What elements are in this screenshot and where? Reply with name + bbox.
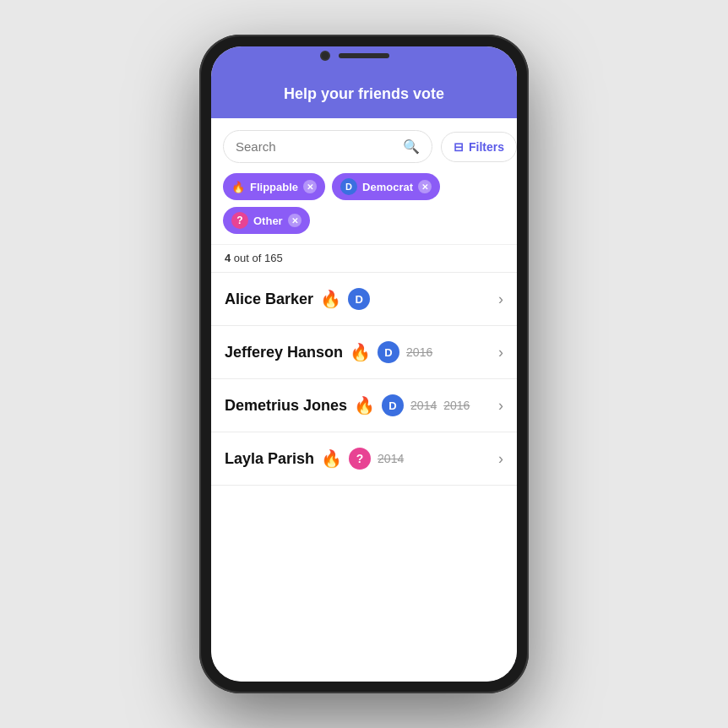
year-strike: 2014	[410, 399, 437, 412]
person-info: Alice Barker 🔥 D	[225, 288, 498, 310]
chip-flippable-close[interactable]: ✕	[303, 180, 317, 193]
phone-device: Help your friends vote 🔍 ⊟ Filters 🔥 Fli…	[199, 35, 529, 693]
search-box[interactable]: 🔍	[223, 130, 432, 163]
chevron-right-icon: ›	[498, 450, 503, 468]
person-democrat-badge: D	[348, 288, 370, 310]
person-name: Alice Barker	[225, 291, 313, 308]
fire-icon: 🔥	[350, 342, 371, 362]
status-bar	[211, 46, 517, 77]
chip-flippable-label: Flippable	[250, 181, 298, 193]
person-name: Jefferey Hanson	[225, 344, 343, 361]
search-row: 🔍 ⊟ Filters	[211, 118, 517, 170]
year-strike: 2014	[378, 452, 404, 465]
chevron-right-icon: ›	[498, 344, 503, 361]
search-input[interactable]	[236, 139, 396, 154]
person-row[interactable]: Alice Barker 🔥 D ›	[211, 273, 517, 326]
person-info: Jefferey Hanson 🔥 D 2016	[225, 341, 498, 363]
chevron-right-icon: ›	[498, 291, 503, 308]
chip-flippable-emoji: 🔥	[231, 181, 245, 193]
chip-democrat-close[interactable]: ✕	[418, 180, 432, 193]
chip-other-label: Other	[253, 215, 283, 227]
year-strike: 2016	[406, 345, 432, 359]
fire-icon: 🔥	[354, 395, 375, 416]
count-total: 165	[264, 252, 283, 264]
camera	[320, 51, 330, 61]
person-other-badge: ?	[349, 448, 371, 470]
fire-icon: 🔥	[321, 448, 342, 469]
chip-democrat-label: Democrat	[362, 181, 413, 193]
page-title: Help your friends vote	[228, 85, 500, 103]
people-list: Alice Barker 🔥 D › Jefferey Hanson 🔥 D 2…	[211, 272, 517, 486]
person-name: Demetrius Jones	[225, 397, 347, 415]
search-icon: 🔍	[403, 139, 420, 155]
chip-other-close[interactable]: ✕	[288, 214, 302, 227]
filters-button[interactable]: ⊟ Filters	[441, 132, 517, 162]
chip-other[interactable]: ? Other ✕	[223, 207, 310, 234]
chevron-right-icon: ›	[498, 397, 503, 415]
main-content: 🔍 ⊟ Filters 🔥 Flippable ✕ D Democrat ✕	[211, 118, 517, 682]
chip-democrat-badge: D	[340, 178, 357, 195]
year-strike-2: 2016	[443, 399, 470, 412]
person-democrat-badge: D	[378, 341, 399, 363]
filters-label: Filters	[469, 140, 504, 154]
filters-icon: ⊟	[454, 140, 464, 154]
person-row[interactable]: Demetrius Jones 🔥 D 2014 2016 ›	[211, 379, 517, 432]
chip-other-badge: ?	[231, 212, 248, 229]
count-bar: 4 out of 165	[211, 244, 517, 272]
app-header: Help your friends vote	[211, 77, 517, 118]
person-info: Layla Parish 🔥 ? 2014	[225, 448, 498, 470]
count-label: out of	[234, 252, 264, 264]
chip-flippable[interactable]: 🔥 Flippable ✕	[223, 173, 325, 200]
count-number: 4	[225, 252, 231, 264]
fire-icon: 🔥	[320, 289, 341, 309]
speaker	[339, 53, 389, 58]
person-name: Layla Parish	[225, 450, 314, 468]
phone-screen: Help your friends vote 🔍 ⊟ Filters 🔥 Fli…	[211, 46, 517, 682]
person-info: Demetrius Jones 🔥 D 2014 2016	[225, 394, 498, 416]
person-row[interactable]: Jefferey Hanson 🔥 D 2016 ›	[211, 326, 517, 379]
count-text: 4 out of 165	[225, 252, 283, 264]
person-row[interactable]: Layla Parish 🔥 ? 2014 ›	[211, 432, 517, 486]
person-democrat-badge: D	[382, 394, 404, 416]
filter-chips: 🔥 Flippable ✕ D Democrat ✕ ? Other ✕	[211, 170, 517, 244]
chip-democrat[interactable]: D Democrat ✕	[332, 173, 440, 200]
